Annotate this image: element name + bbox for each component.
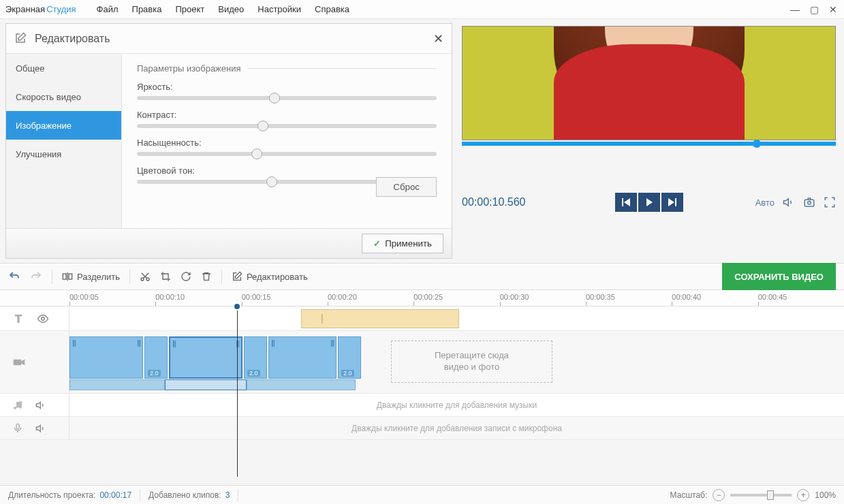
- apply-button[interactable]: ✓ Применить: [362, 234, 443, 253]
- titlebar: Экранная Студия Файл Правка Проект Видео…: [0, 0, 844, 19]
- track-music-body[interactable]: Дважды кликните для добавления музыки: [69, 394, 844, 416]
- track-video-body[interactable]: ||| ||| 2.0 ||| ||| 2.0 ||| ||| 2.0: [69, 331, 844, 393]
- crop-button[interactable]: [160, 271, 171, 282]
- saturation-thumb[interactable]: [251, 148, 262, 159]
- tab-speed[interactable]: Скорость видео: [6, 82, 121, 111]
- tab-image[interactable]: Изображение: [6, 111, 121, 140]
- auto-label[interactable]: Авто: [755, 198, 775, 208]
- clip-handle-r[interactable]: |||: [236, 340, 239, 347]
- reset-button[interactable]: Сброс: [376, 177, 437, 197]
- hue-thumb[interactable]: [266, 176, 277, 187]
- eye-icon[interactable]: [37, 313, 49, 325]
- zoom-out-button[interactable]: −: [713, 489, 725, 501]
- clip-handle-l[interactable]: |||: [72, 339, 76, 347]
- zoom-in-button[interactable]: +: [797, 489, 809, 501]
- brightness-track[interactable]: [137, 96, 437, 100]
- speaker-icon[interactable]: [35, 423, 46, 434]
- clip-handle-l[interactable]: |||: [271, 339, 275, 347]
- track-mic-body[interactable]: Дважды кликните для добавления записи с …: [69, 417, 844, 439]
- menu-file[interactable]: Файл: [97, 4, 119, 14]
- maximize-icon[interactable]: ▢: [809, 4, 819, 15]
- divider: [140, 489, 140, 501]
- ruler-tick: 00:00:20: [328, 293, 357, 301]
- next-button[interactable]: [661, 193, 683, 212]
- speaker-icon[interactable]: [35, 400, 46, 411]
- fullscreen-icon[interactable]: [824, 196, 836, 208]
- svg-rect-2: [804, 200, 814, 206]
- timeline-ruler[interactable]: 00:00:05 00:00:10 00:00:15 00:00:20 00:0…: [0, 290, 844, 306]
- menu-video[interactable]: Видео: [218, 4, 244, 14]
- preview-timecode: 00:00:10.560: [462, 196, 525, 208]
- video-clip-3[interactable]: ||| |||: [268, 336, 337, 379]
- rotate-button[interactable]: [181, 271, 191, 282]
- video-clip-2[interactable]: ||| |||: [169, 336, 243, 379]
- play-button[interactable]: [638, 193, 660, 212]
- apply-label: Применить: [385, 238, 432, 249]
- mic-icon[interactable]: [12, 423, 23, 434]
- tab-enhance[interactable]: Улучшения: [6, 140, 121, 168]
- camera-icon[interactable]: [12, 356, 26, 369]
- edit-panel-header: Редактировать ✕: [6, 24, 452, 54]
- split-label: Разделить: [77, 272, 120, 282]
- edit-panel-title: Редактировать: [35, 33, 110, 45]
- text-icon[interactable]: [12, 313, 25, 325]
- music-icon[interactable]: [12, 400, 23, 411]
- split-button[interactable]: Разделить: [62, 271, 120, 282]
- ruler-tick: 00:00:25: [413, 293, 443, 301]
- track-text: [0, 306, 844, 331]
- volume-icon[interactable]: [783, 196, 795, 208]
- delete-button[interactable]: [201, 271, 212, 282]
- menu-settings[interactable]: Настройки: [257, 4, 301, 14]
- ruler-tick: 00:00:45: [758, 293, 787, 301]
- hue-label: Цветовой тон:: [137, 166, 437, 176]
- ruler-tick: 00:00:05: [69, 293, 99, 301]
- clip-handle-l[interactable]: |||: [172, 340, 176, 347]
- edit-content: Параметры изображения Яркость: Контраст:…: [122, 54, 452, 228]
- clip-handle-r[interactable]: |||: [137, 339, 140, 347]
- prev-button[interactable]: [615, 193, 637, 212]
- redo-button[interactable]: [30, 270, 42, 283]
- zoom-slider[interactable]: [730, 494, 792, 497]
- svg-rect-10: [14, 359, 22, 364]
- zoom-group: Масштаб: − + 100%: [670, 489, 836, 501]
- contrast-thumb[interactable]: [257, 121, 268, 131]
- zoom-thumb[interactable]: [767, 490, 774, 500]
- audio-under-2[interactable]: [165, 379, 247, 390]
- text-clip[interactable]: [301, 309, 459, 328]
- clip-handle-r[interactable]: |||: [330, 339, 334, 347]
- ruler-tick: 00:00:15: [242, 293, 271, 301]
- preview-right-controls: Авто: [755, 196, 836, 208]
- contrast-track[interactable]: [137, 124, 437, 128]
- saturation-track[interactable]: [137, 152, 437, 156]
- menu-help[interactable]: Справка: [315, 4, 349, 14]
- menu-project[interactable]: Проект: [175, 4, 204, 14]
- brightness-thumb[interactable]: [269, 93, 280, 104]
- menu-edit[interactable]: Правка: [132, 4, 162, 14]
- drop-hint[interactable]: Перетащите сюда видео и фото: [391, 341, 552, 383]
- transition-1[interactable]: 2.0: [144, 336, 168, 379]
- svg-rect-13: [16, 424, 19, 429]
- preview-frame[interactable]: [462, 26, 836, 140]
- audio-under-3[interactable]: [247, 379, 356, 390]
- track-video: ||| ||| 2.0 ||| ||| 2.0 ||| ||| 2.0: [0, 331, 844, 394]
- close-icon[interactable]: ✕: [828, 4, 839, 15]
- audio-under-1[interactable]: [69, 379, 165, 390]
- edit-panel-close-icon[interactable]: ✕: [433, 31, 443, 46]
- transition-2[interactable]: 2.0: [244, 336, 267, 379]
- edit-label: Редактировать: [247, 272, 308, 282]
- cut-button[interactable]: [140, 271, 151, 282]
- divider: [129, 269, 130, 284]
- minimize-icon[interactable]: —: [790, 4, 800, 15]
- track-text-body[interactable]: [69, 306, 844, 330]
- edit-tabs: Общее Скорость видео Изображение Улучшен…: [6, 54, 122, 228]
- snapshot-icon[interactable]: [803, 196, 815, 208]
- edit-button[interactable]: Редактировать: [232, 271, 308, 282]
- image-params-title: Параметры изображения: [137, 63, 437, 74]
- video-clip-1[interactable]: ||| |||: [69, 336, 143, 379]
- transition-3[interactable]: 2.0: [338, 336, 361, 379]
- track-mic: Дважды кликните для добавления записи с …: [0, 417, 844, 440]
- save-video-button[interactable]: СОХРАНИТЬ ВИДЕО: [722, 263, 836, 290]
- undo-button[interactable]: [8, 270, 20, 283]
- track-text-head: [0, 306, 69, 330]
- tab-general[interactable]: Общее: [6, 54, 121, 82]
